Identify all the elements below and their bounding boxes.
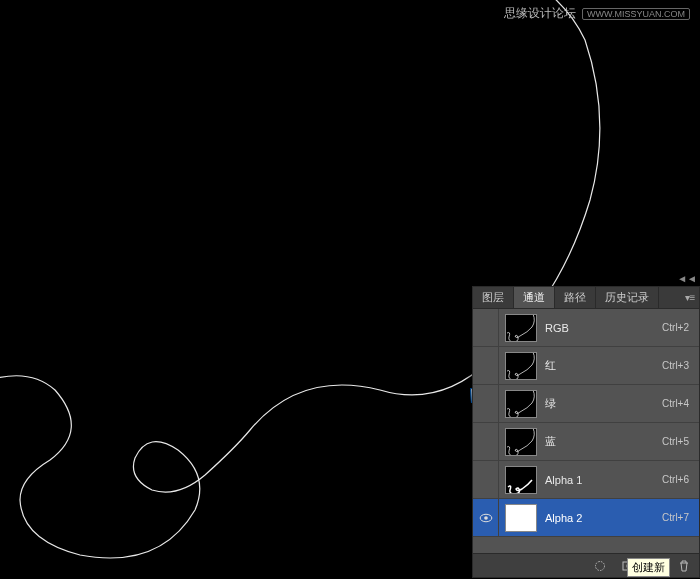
- channel-thumb: [505, 504, 537, 532]
- channel-row-green[interactable]: 绿 Ctrl+4: [473, 385, 699, 423]
- watermark-cn: 思缘设计论坛: [504, 5, 576, 22]
- channel-thumb: [505, 428, 537, 456]
- watermark-url: WWW.MISSYUAN.COM: [582, 8, 690, 20]
- tab-channels[interactable]: 通道: [514, 287, 555, 308]
- visibility-toggle[interactable]: [473, 385, 499, 422]
- visibility-toggle[interactable]: [473, 461, 499, 498]
- channel-shortcut: Ctrl+3: [662, 360, 693, 371]
- channel-row-rgb[interactable]: RGB Ctrl+2: [473, 309, 699, 347]
- tab-paths[interactable]: 路径: [555, 287, 596, 308]
- panel-tabs: 图层 通道 路径 历史记录 ▾≡: [473, 287, 699, 309]
- channel-thumb: [505, 390, 537, 418]
- visibility-toggle[interactable]: [473, 423, 499, 460]
- channel-row-alpha2[interactable]: Alpha 2 Ctrl+7: [473, 499, 699, 537]
- channel-name: 绿: [545, 396, 662, 411]
- channels-panel: ◄◄ 图层 通道 路径 历史记录 ▾≡ RGB Ctrl+2 红 Ctrl+3: [472, 286, 700, 578]
- channel-name: Alpha 2: [545, 512, 662, 524]
- tab-layers[interactable]: 图层: [473, 287, 514, 308]
- channel-name: 蓝: [545, 434, 662, 449]
- channel-row-alpha1[interactable]: Alpha 1 Ctrl+6: [473, 461, 699, 499]
- watermark-top: 思缘设计论坛 WWW.MISSYUAN.COM: [504, 5, 690, 22]
- svg-point-2: [596, 561, 605, 570]
- channel-name: Alpha 1: [545, 474, 662, 486]
- panel-empty-area: [473, 537, 699, 553]
- channel-shortcut: Ctrl+2: [662, 322, 693, 333]
- eye-icon: [479, 513, 493, 523]
- visibility-toggle[interactable]: [473, 347, 499, 384]
- channel-thumb: [505, 352, 537, 380]
- channel-shortcut: Ctrl+4: [662, 398, 693, 409]
- channel-shortcut: Ctrl+7: [662, 512, 693, 523]
- delete-channel-icon[interactable]: [673, 557, 695, 575]
- channel-thumb: [505, 314, 537, 342]
- visibility-toggle[interactable]: [473, 499, 499, 536]
- svg-point-1: [484, 516, 488, 520]
- tab-history[interactable]: 历史记录: [596, 287, 659, 308]
- channel-row-blue[interactable]: 蓝 Ctrl+5: [473, 423, 699, 461]
- channel-thumb: [505, 466, 537, 494]
- collapse-icon[interactable]: ◄◄: [677, 273, 697, 284]
- channel-shortcut: Ctrl+6: [662, 474, 693, 485]
- channel-shortcut: Ctrl+5: [662, 436, 693, 447]
- tooltip: 创建新: [627, 558, 670, 577]
- channel-name: 红: [545, 358, 662, 373]
- load-selection-icon[interactable]: [589, 557, 611, 575]
- channel-list: RGB Ctrl+2 红 Ctrl+3 绿 Ctrl+4 蓝 Ctrl: [473, 309, 699, 553]
- visibility-toggle[interactable]: [473, 309, 499, 346]
- channel-name: RGB: [545, 322, 662, 334]
- channel-row-red[interactable]: 红 Ctrl+3: [473, 347, 699, 385]
- panel-menu-icon[interactable]: ▾≡: [681, 287, 699, 308]
